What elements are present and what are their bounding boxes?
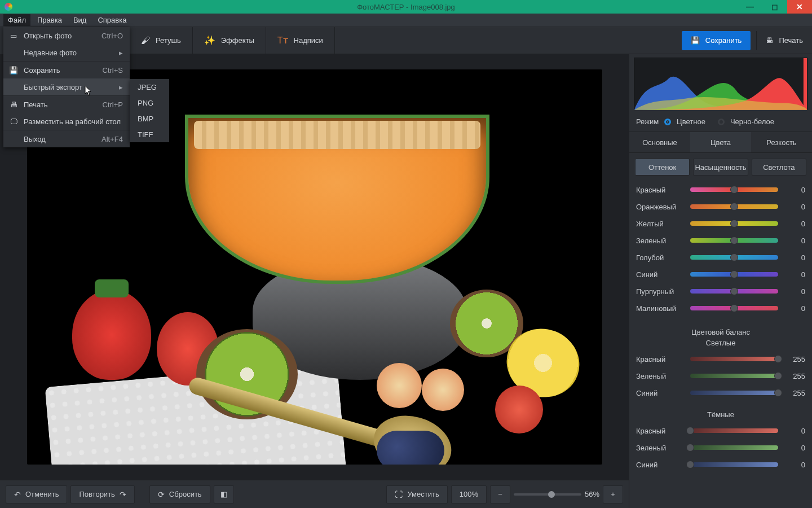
- tab-sharp[interactable]: Резкость: [751, 132, 812, 152]
- maximize-button[interactable]: ◻: [762, 0, 787, 14]
- slider-label: Синий: [636, 270, 685, 279]
- undo-icon: ↶: [14, 490, 21, 499]
- slider-track[interactable]: [690, 445, 778, 450]
- export-jpeg[interactable]: JPEG: [130, 79, 169, 95]
- slider-track[interactable]: [690, 374, 778, 378]
- mode-color-label[interactable]: Цветное: [677, 117, 705, 126]
- slider-thumb[interactable]: [730, 287, 738, 295]
- slider-thumb[interactable]: [730, 253, 738, 261]
- slider-track[interactable]: [690, 204, 778, 209]
- tab-effects-label: Эффекты: [221, 36, 254, 45]
- slider-label: Малиновый: [636, 304, 685, 313]
- slider-track[interactable]: [690, 238, 778, 243]
- slider-value: 0: [784, 427, 805, 435]
- slider-thumb[interactable]: [774, 389, 782, 397]
- undo-button[interactable]: ↶Отменить: [6, 485, 67, 503]
- menu-view[interactable]: Вид: [69, 14, 91, 26]
- slider-track[interactable]: [690, 187, 778, 192]
- menu-edit[interactable]: Правка: [33, 14, 67, 26]
- slider-thumb[interactable]: [686, 427, 694, 435]
- minimize-button[interactable]: —: [738, 0, 762, 14]
- slider-thumb[interactable]: [774, 372, 782, 380]
- file-recent[interactable]: Недавние фото▸: [3, 44, 130, 61]
- subtab-sat[interactable]: Насыщенность: [693, 159, 748, 176]
- slider-thumb[interactable]: [774, 355, 782, 363]
- slider-thumb[interactable]: [686, 444, 694, 452]
- slider-track[interactable]: [690, 289, 778, 294]
- tab-colors[interactable]: Цвета: [690, 132, 751, 152]
- tab-retouch[interactable]: 🖌Ретушь: [130, 27, 193, 54]
- monitor-icon: 🖵: [9, 117, 18, 126]
- darks-title: Тёмные: [629, 410, 812, 419]
- hue-sliders: Красный0Оранжевый0Желтый0Зеленый0Голубой…: [629, 179, 812, 323]
- menu-file[interactable]: Файл: [3, 14, 30, 26]
- slider-track[interactable]: [690, 428, 778, 433]
- zoom-slider[interactable]: [514, 493, 581, 496]
- slider-thumb[interactable]: [730, 270, 738, 278]
- slider-value: 255: [784, 372, 805, 380]
- slider-value: 0: [784, 220, 805, 228]
- slider-track[interactable]: [690, 272, 778, 277]
- print-button[interactable]: 🖶Печать: [756, 31, 812, 50]
- file-quick-export[interactable]: Быстрый экспорт▸: [3, 78, 130, 95]
- subtab-hue[interactable]: Оттенок: [635, 159, 690, 176]
- slider-thumb[interactable]: [686, 461, 694, 468]
- top-toolbar: 🖌Ретушь ✨Эффекты TᴛНадписи 💾Сохранить 🖶П…: [130, 27, 812, 54]
- mode-label: Режим: [636, 117, 659, 126]
- darks-sliders: Красный0Зеленый0Синий0: [629, 420, 812, 480]
- reset-button[interactable]: ⟳Сбросить: [149, 485, 210, 503]
- compare-button[interactable]: ◧: [214, 485, 234, 503]
- slider-value: 0: [784, 304, 805, 313]
- save-button[interactable]: 💾Сохранить: [682, 31, 751, 50]
- slider-row: Зеленый255: [636, 367, 805, 384]
- redo-button[interactable]: Повторить↷: [70, 485, 134, 503]
- zoom-out-button[interactable]: −: [490, 485, 510, 503]
- subtab-lum[interactable]: Светлота: [752, 159, 806, 176]
- export-png[interactable]: PNG: [130, 95, 169, 111]
- slider-track[interactable]: [690, 391, 778, 395]
- tab-effects[interactable]: ✨Эффекты: [193, 27, 266, 54]
- menu-help[interactable]: Справка: [93, 14, 131, 26]
- slider-track[interactable]: [690, 462, 778, 467]
- app-icon: [5, 3, 12, 11]
- slider-thumb[interactable]: [730, 203, 738, 211]
- slider-thumb[interactable]: [730, 237, 738, 244]
- zoom-in-button[interactable]: +: [603, 485, 623, 503]
- export-bmp[interactable]: BMP: [130, 111, 169, 126]
- radio-color[interactable]: [664, 119, 671, 125]
- slider-value: 255: [784, 389, 805, 397]
- tab-basic[interactable]: Основные: [629, 132, 690, 152]
- tab-captions[interactable]: TᴛНадписи: [266, 27, 335, 54]
- slider-track[interactable]: [690, 357, 778, 361]
- print-button-label: Печать: [779, 36, 803, 45]
- slider-track[interactable]: [690, 221, 778, 226]
- printer-icon: 🖶: [9, 100, 18, 109]
- slider-track[interactable]: [690, 306, 778, 310]
- slider-thumb[interactable]: [730, 186, 738, 194]
- slider-thumb[interactable]: [730, 304, 738, 312]
- save-icon: 💾: [691, 36, 700, 45]
- slider-thumb[interactable]: [730, 220, 738, 227]
- slider-value: 0: [784, 287, 805, 296]
- histogram: [634, 58, 807, 110]
- brush-icon: 🖌: [141, 36, 150, 46]
- file-print[interactable]: 🖶ПечатьCtrl+P: [3, 96, 130, 113]
- slider-track[interactable]: [690, 255, 778, 260]
- reset-icon: ⟳: [158, 490, 165, 499]
- slider-label: Пурпурный: [636, 287, 685, 296]
- close-button[interactable]: ✕: [787, 0, 812, 14]
- file-open[interactable]: ▭Открыть фотоCtrl+O: [3, 27, 130, 44]
- save-icon: 💾: [9, 66, 18, 75]
- file-set-wallpaper[interactable]: 🖵Разместить на рабочий стол: [3, 113, 130, 130]
- cursor-icon: [85, 86, 92, 96]
- radio-bw[interactable]: [718, 119, 725, 125]
- file-save[interactable]: 💾СохранитьCtrl+S: [3, 62, 130, 78]
- fit-button[interactable]: ⛶Уместить: [386, 485, 447, 503]
- slider-value: 0: [784, 186, 805, 194]
- export-tiff[interactable]: TIFF: [130, 126, 169, 142]
- mode-bw-label[interactable]: Черно-белое: [730, 117, 774, 126]
- slider-value: 255: [784, 355, 805, 364]
- zoom-100-button[interactable]: 100%: [451, 485, 487, 503]
- file-exit[interactable]: ВыходAlt+F4: [3, 130, 130, 147]
- export-submenu: JPEG PNG BMP TIFF: [130, 79, 169, 142]
